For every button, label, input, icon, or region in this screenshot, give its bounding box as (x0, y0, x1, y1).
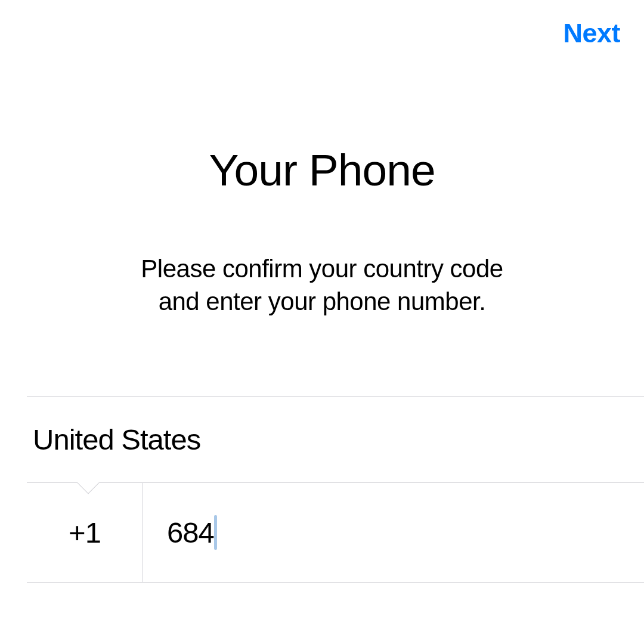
title-section: Your Phone Please confirm your country c… (0, 144, 644, 318)
phone-number-input[interactable] (167, 516, 644, 549)
phone-form: United States +1 (0, 396, 644, 583)
next-button[interactable]: Next (563, 18, 620, 49)
country-selector[interactable]: United States (0, 397, 644, 482)
header-bar: Next (0, 0, 644, 49)
text-cursor-icon (214, 515, 217, 550)
phone-row: +1 (27, 482, 644, 583)
country-label: United States (33, 423, 200, 456)
page-subtitle: Please confirm your country code and ent… (0, 252, 644, 318)
phone-input-wrapper (143, 483, 644, 582)
subtitle-line-2: and enter your phone number. (159, 287, 486, 315)
country-code-label[interactable]: +1 (27, 483, 143, 582)
subtitle-line-1: Please confirm your country code (141, 255, 503, 283)
page-title: Your Phone (0, 144, 644, 196)
